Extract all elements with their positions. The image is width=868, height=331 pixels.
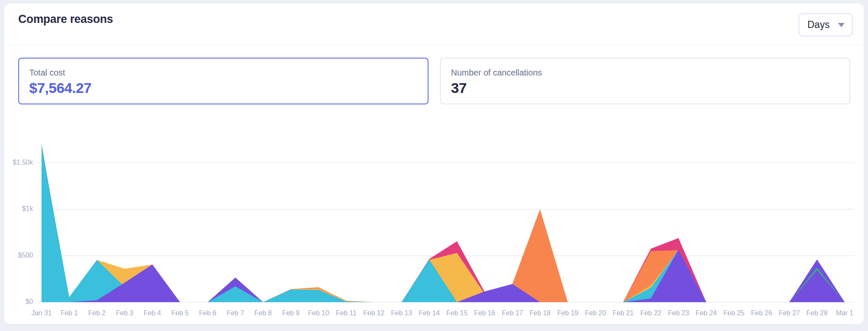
y-axis-tick-label: $1k [0,205,33,213]
area-chart[interactable] [0,0,868,331]
y-axis-tick-label: $1.50k [0,159,33,166]
page: Compare reasons Days Total cost $7,564.2… [0,0,868,331]
y-axis-tick-label: $500 [0,252,33,259]
y-axis-tick-label: $0 [0,298,33,306]
x-axis-tick-label: Mar 1 [827,309,862,317]
